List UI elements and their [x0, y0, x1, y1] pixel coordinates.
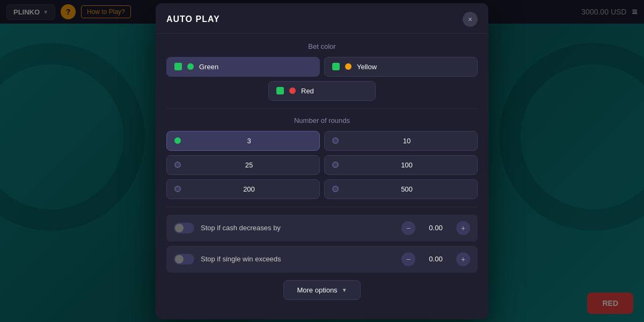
round-radio-10 — [332, 137, 339, 144]
color-dot-yellow — [345, 63, 352, 70]
color-option-green[interactable]: Green — [166, 57, 320, 77]
modal-title: AUTO PLAY — [166, 14, 220, 24]
stop-win-toggle[interactable] — [174, 254, 194, 265]
more-options-section: More options ▼ — [166, 280, 478, 300]
round-option-3[interactable]: 3 — [166, 131, 320, 151]
rounds-label: Number of rounds — [166, 116, 478, 125]
round-option-500[interactable]: 500 — [324, 179, 478, 199]
stop-cash-decrement[interactable]: − — [401, 221, 415, 235]
stop-win-row: Stop if single win exceeds − 0.00 + — [166, 246, 478, 273]
round-value-10: 10 — [344, 137, 470, 145]
color-option-yellow[interactable]: Yellow — [324, 57, 478, 77]
round-value-3: 3 — [186, 137, 312, 145]
round-option-10[interactable]: 10 — [324, 131, 478, 151]
more-options-button[interactable]: More options ▼ — [283, 280, 360, 300]
stop-cash-value: 0.00 — [420, 224, 452, 232]
color-checkbox-red — [276, 87, 284, 94]
color-label-green: Green — [199, 63, 218, 71]
color-checkbox-yellow — [332, 63, 340, 70]
stop-win-label: Stop if single win exceeds — [201, 255, 395, 263]
stop-cash-row: Stop if cash decreases by − 0.00 + — [166, 215, 478, 241]
round-radio-3 — [174, 137, 181, 144]
divider-1 — [166, 108, 478, 109]
round-value-100: 100 — [344, 161, 470, 169]
round-value-200: 200 — [186, 185, 312, 193]
stop-win-value: 0.00 — [420, 255, 452, 263]
more-options-arrow-icon: ▼ — [342, 287, 347, 293]
color-option-red-row: Red — [166, 81, 478, 101]
close-button[interactable]: × — [463, 12, 478, 27]
color-label-red: Red — [301, 87, 314, 95]
more-options-label: More options — [297, 286, 337, 294]
round-option-100[interactable]: 100 — [324, 155, 478, 175]
round-radio-200 — [174, 186, 181, 192]
round-value-25: 25 — [186, 161, 312, 169]
stop-win-decrement[interactable]: − — [401, 252, 415, 266]
modal-header: AUTO PLAY × — [156, 3, 488, 34]
stop-cash-label: Stop if cash decreases by — [201, 224, 395, 232]
stop-win-controls: − 0.00 + — [401, 252, 470, 266]
round-radio-500 — [332, 186, 339, 192]
stop-cash-controls: − 0.00 + — [401, 221, 470, 235]
color-dot-red — [289, 87, 296, 94]
stop-cash-increment[interactable]: + — [456, 221, 470, 235]
rounds-grid: 3 10 25 100 200 — [166, 131, 478, 199]
round-option-200[interactable]: 200 — [166, 179, 320, 199]
stop-cash-knob — [175, 224, 184, 232]
color-label-yellow: Yellow — [357, 63, 377, 71]
modal-body: Bet color Green Yellow — [156, 34, 488, 309]
color-options-grid: Green Yellow — [166, 57, 478, 77]
modal-overlay: AUTO PLAY × Bet color Green — [0, 0, 644, 322]
round-radio-100 — [332, 162, 339, 168]
bet-color-label: Bet color — [166, 42, 478, 50]
color-option-red[interactable]: Red — [268, 81, 376, 101]
stop-win-increment[interactable]: + — [456, 252, 470, 266]
autoplay-modal: AUTO PLAY × Bet color Green — [156, 3, 488, 319]
round-option-25[interactable]: 25 — [166, 155, 320, 175]
round-value-500: 500 — [344, 185, 470, 193]
round-radio-25 — [174, 162, 181, 168]
color-dot-green — [187, 63, 194, 70]
color-checkbox-green — [174, 63, 182, 70]
stop-cash-toggle[interactable] — [174, 223, 194, 233]
divider-2 — [166, 207, 478, 207]
stop-win-knob — [175, 255, 184, 264]
